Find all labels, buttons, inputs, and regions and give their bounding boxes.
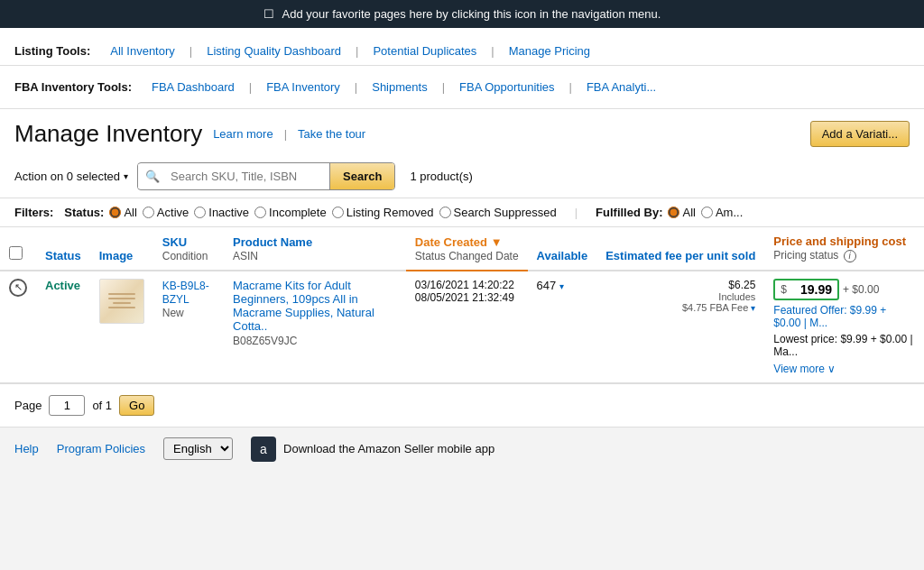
featured-offer: Featured Offer: $9.99 + $0.00 | M...	[773, 304, 915, 329]
row-available: 647 ▾	[528, 271, 597, 383]
action-search-row: Action on 0 selected ▾ 🔍 Search 1 produc…	[0, 155, 924, 198]
nav-listing-quality[interactable]: Listing Quality Dashboard	[194, 37, 354, 65]
sku-header: SKU Condition	[153, 227, 224, 271]
inventory-table: Status Image SKU Condition Product Name …	[0, 227, 924, 383]
product-name-link[interactable]: Macrame Kits for Adult Beginners, 109pcs…	[233, 279, 374, 333]
filters-row: Filters: Status: All Active Inactive Inc…	[0, 198, 924, 227]
program-policies-link[interactable]: Program Policies	[57, 442, 145, 455]
language-select[interactable]: English	[163, 437, 233, 460]
status-active-radio[interactable]: Active	[143, 206, 189, 219]
page-title-row: Manage Inventory Learn more | Take the t…	[0, 109, 924, 155]
nav-manage-pricing[interactable]: Manage Pricing	[496, 37, 603, 65]
product-name-header: Product Name ASIN	[224, 227, 406, 271]
price-currency: $	[781, 283, 787, 296]
price-input-wrap: $ + $0.00	[773, 279, 915, 300]
nav-fba-inventory[interactable]: FBA Inventory	[254, 73, 353, 101]
pagination-row: Page of 1 Go	[0, 383, 924, 427]
row-sku: KB-B9L8-BZYL New	[153, 271, 224, 383]
pricing-info-icon[interactable]: i	[844, 250, 856, 262]
fulfilled-by-filter-group: Fulfilled By: All Am...	[596, 206, 743, 219]
select-all-header[interactable]	[0, 227, 36, 271]
price-addon: + $0.00	[843, 283, 879, 296]
table-row: ↖ Active	[0, 271, 924, 383]
sku-condition: New	[162, 307, 184, 319]
lowest-price: Lowest price: $9.99 + $0.00 | Ma...	[773, 333, 915, 358]
action-label: Action on 0 selected	[14, 170, 120, 183]
available-header: Available	[528, 227, 597, 271]
status-listing-removed-radio[interactable]: Listing Removed	[332, 206, 434, 219]
price-header: Price and shipping cost Pricing status i	[764, 227, 924, 271]
product-count: 1 product(s)	[410, 170, 472, 183]
select-all-checkbox[interactable]	[9, 246, 23, 260]
row-product-name: Macrame Kits for Adult Beginners, 109pcs…	[224, 271, 406, 383]
status-search-suppressed-radio[interactable]: Search Suppressed	[439, 206, 557, 219]
help-link[interactable]: Help	[14, 442, 39, 455]
app-download-section: a Download the Amazon Seller mobile app	[251, 437, 494, 462]
row-estimated-fee: $6.25 Includes $4.75 FBA Fee ▾	[596, 271, 764, 383]
footer: Help Program Policies English a Download…	[0, 427, 924, 471]
fba-tools-nav: FBA Inventory Tools: FBA Dashboard | FBA…	[0, 66, 924, 109]
nav-fba-opportunities[interactable]: FBA Opportunities	[447, 73, 568, 101]
nav-shipments[interactable]: Shipments	[359, 73, 439, 101]
listing-tools-nav: Listing Tools: All Inventory | Listing Q…	[0, 28, 924, 66]
price-input-box: $	[773, 279, 839, 300]
row-image	[90, 271, 153, 383]
view-more-link[interactable]: View more ∨	[773, 363, 836, 375]
estimated-fee-header: Estimated fee per unit sold	[596, 227, 764, 271]
fee-chevron-icon[interactable]: ▾	[751, 303, 755, 313]
action-dropdown[interactable]: Action on 0 selected ▾	[14, 170, 128, 183]
status-all-radio[interactable]: All	[109, 206, 136, 219]
page-title: Manage Inventory	[14, 120, 202, 148]
row-status: Active	[36, 271, 90, 383]
price-input[interactable]	[787, 282, 832, 297]
row-date: 03/16/2021 14:20:22 08/05/2021 21:32:49	[406, 271, 528, 383]
date-changed: 08/05/2021 21:32:49	[415, 291, 519, 304]
go-button[interactable]: Go	[119, 395, 154, 416]
asin-text: B08Z65V9JC	[233, 335, 397, 347]
row-checkbox-cell[interactable]: ↖	[0, 271, 36, 383]
take-tour-link[interactable]: Take the tour	[298, 127, 365, 141]
nav-potential-duplicates[interactable]: Potential Duplicates	[360, 37, 489, 65]
listing-tools-label: Listing Tools:	[14, 44, 90, 58]
status-header: Status	[36, 227, 90, 271]
status-filter-label: Status:	[64, 206, 104, 219]
add-variation-button[interactable]: Add a Variati...	[810, 121, 910, 147]
top-notification-bar: ☐ Add your favorite pages here by clicki…	[0, 0, 924, 28]
status-filter-group: Status: All Active Inactive Incomplete L…	[64, 206, 556, 219]
available-chevron-icon[interactable]: ▾	[559, 281, 564, 291]
learn-more-link[interactable]: Learn more	[213, 127, 273, 141]
page-label: Page	[14, 399, 42, 412]
chevron-down-icon: ▾	[124, 171, 128, 181]
sku-link[interactable]: KB-B9L8-BZYL	[162, 280, 209, 306]
row-checkbox[interactable]: ↖	[9, 279, 27, 297]
search-button[interactable]: Search	[329, 163, 394, 189]
of-label: of 1	[92, 399, 112, 412]
nav-fba-dashboard[interactable]: FBA Dashboard	[139, 73, 247, 101]
app-download-text: Download the Amazon Seller mobile app	[283, 442, 494, 455]
bookmark-icon: ☐	[263, 7, 274, 21]
status-incomplete-radio[interactable]: Incomplete	[254, 206, 327, 219]
search-input[interactable]	[167, 164, 329, 188]
fba-tools-label: FBA Inventory Tools:	[14, 80, 132, 94]
status-inactive-radio[interactable]: Inactive	[194, 206, 249, 219]
date-created: 03/16/2021 14:20:22	[415, 279, 519, 291]
date-created-header[interactable]: Date Created ▼ Status Changed Date	[406, 227, 528, 271]
page-input[interactable]	[49, 395, 85, 416]
search-box: 🔍 Search	[137, 162, 395, 190]
amazon-app-icon: a	[251, 437, 276, 462]
product-image	[99, 279, 144, 324]
filters-label: Filters:	[14, 206, 53, 219]
search-icon: 🔍	[138, 164, 167, 188]
image-header: Image	[90, 227, 153, 271]
fulfilled-all-radio[interactable]: All	[668, 206, 695, 219]
nav-all-inventory[interactable]: All Inventory	[97, 37, 188, 65]
row-price: $ + $0.00 Featured Offer: $9.99 + $0.00 …	[764, 271, 924, 383]
fulfilled-am-radio[interactable]: Am...	[701, 206, 743, 219]
nav-fba-analytics[interactable]: FBA Analyti...	[574, 73, 669, 101]
fulfilled-by-label: Fulfilled By:	[596, 206, 662, 219]
top-bar-message: Add your favorite pages here by clicking…	[282, 7, 661, 21]
